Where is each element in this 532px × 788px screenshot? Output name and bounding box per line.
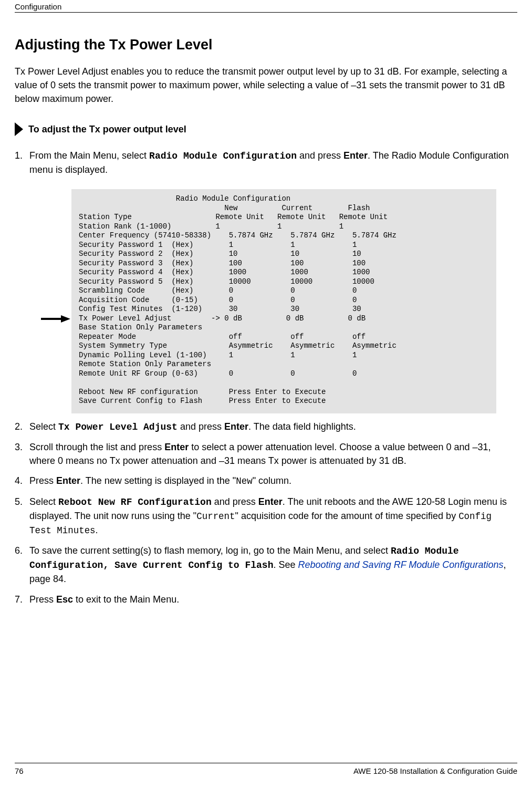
terminal-line: Station Rank (1-1000) 1 1 1 [79, 222, 489, 232]
step-7-key-1: Esc [56, 594, 73, 605]
procedure-heading: To adjust the Tx power output level [15, 122, 517, 136]
terminal-line: Save Current Config to Flash Press Enter… [79, 397, 489, 406]
section-header: Configuration [15, 0, 517, 11]
step-4-text-a: Press [29, 475, 56, 486]
page-number: 76 [15, 766, 24, 775]
doc-title: AWE 120-58 Installation & Configuration … [353, 766, 517, 775]
step-4: Press Enter. The new setting is displaye… [15, 474, 517, 488]
step-4-key-1: Enter [56, 475, 80, 486]
terminal-panel: Radio Module Configuration New Current F… [71, 189, 496, 413]
page-title: Adjusting the Tx Power Level [15, 37, 517, 53]
step-2-key-1: Enter [224, 421, 248, 432]
step-2: Select Tx Power Level Adjust and press E… [15, 420, 517, 434]
step-1-text-c: and press [297, 150, 343, 161]
terminal-line: Reboot New RF configuration Press Enter … [79, 388, 489, 397]
step-3-key-1: Enter [164, 442, 189, 452]
terminal-line: Security Password 4 (Hex) 1000 1000 1000 [79, 268, 489, 277]
step-5-text-i: . [96, 525, 98, 535]
header-rule [15, 12, 517, 13]
step-6-link: Rebooting and Saving RF Module Configura… [298, 559, 504, 570]
terminal-line: Scrambling Code (Hex) 0 0 0 [79, 286, 489, 296]
step-3-text-a: Scroll through the list and press [29, 442, 164, 452]
terminal-line: Repeater Mode off off off [79, 333, 489, 342]
terminal-line: Security Password 3 (Hex) 100 100 100 [79, 259, 489, 268]
step-2-code-1: Tx Power Level Adjust [58, 422, 178, 432]
step-2-text-a: Select [29, 421, 58, 432]
page-footer: 76 AWE 120-58 Installation & Configurati… [15, 763, 517, 775]
step-6-text-a: To save the current setting(s) to flash … [29, 545, 391, 556]
terminal-line: Dynamic Polling Level (1-100) 1 1 1 [79, 351, 489, 360]
terminal-line: Config Test Minutes (1-120) 30 30 30 [79, 305, 489, 314]
terminal-line: Remote Station Only Parameters [79, 360, 489, 369]
step-4-code-1: New [236, 476, 252, 486]
step-5-key-1: Enter [258, 496, 283, 507]
step-1-key-1: Enter [343, 150, 368, 161]
step-1-code-1: Radio Module Configuration [149, 151, 297, 161]
intro-paragraph: Tx Power Level Adjust enables you to red… [15, 65, 517, 106]
step-3: Scroll through the list and press Enter … [15, 440, 517, 468]
step-4-text-e: " column. [253, 475, 291, 486]
step-2-text-e: . The data field highlights. [248, 421, 356, 432]
step-6: To save the current setting(s) to flash … [15, 544, 517, 586]
pointer-right-icon [15, 122, 23, 136]
step-5-code-2: Current [196, 511, 235, 522]
terminal-line: System Symmetry Type Asymmetric Asymmetr… [79, 341, 489, 351]
step-1-text-a: From the Main Menu, select [29, 150, 149, 161]
step-5-text-g: " acquisition code for the amount of tim… [235, 511, 459, 521]
terminal-line: Base Station Only Parameters [79, 323, 489, 333]
terminal-line: Security Password 2 (Hex) 10 10 10 [79, 250, 489, 259]
step-5: Select Reboot New RF Configuration and p… [15, 495, 517, 538]
terminal-line: Radio Module Configuration [79, 194, 489, 204]
terminal-line: Security Password 1 (Hex) 1 1 1 [79, 241, 489, 250]
terminal-line [79, 378, 489, 388]
step-7: Press Esc to exit to the Main Menu. [15, 593, 517, 606]
pointer-right-arrow-icon [41, 315, 70, 323]
step-5-text-c: and press [212, 496, 258, 507]
terminal-line: Center Frequency (57410-58338) 5.7874 GH… [79, 231, 489, 241]
step-1: From the Main Menu, select Radio Module … [15, 149, 517, 413]
svg-marker-2 [61, 315, 70, 323]
terminal-line: Acquisition Code (0-15) 0 0 0 [79, 296, 489, 305]
terminal-line: Station Type Remote Unit Remote Unit Rem… [79, 213, 489, 222]
step-7-text-c: to exit to the Main Menu. [73, 594, 179, 605]
step-5-code-1: Reboot New RF Configuration [58, 497, 212, 507]
terminal-line: Remote Unit RF Group (0-63) 0 0 0 [79, 369, 489, 379]
step-7-text-a: Press [29, 594, 56, 605]
terminal-line: New Current Flash [79, 204, 489, 213]
terminal-line: Tx Power Level Adjust -> 0 dB 0 dB 0 dB [79, 314, 489, 324]
procedure-heading-text: To adjust the Tx power output level [28, 124, 186, 135]
step-5-text-a: Select [29, 496, 58, 507]
step-2-text-c: and press [178, 421, 224, 432]
step-4-text-c: . The new setting is displayed in the " [80, 475, 236, 486]
svg-marker-0 [15, 122, 23, 136]
step-6-text-c: . See [273, 559, 298, 570]
terminal-panel-wrap: Radio Module Configuration New Current F… [71, 189, 496, 413]
terminal-line: Security Password 5 (Hex) 10000 10000 10… [79, 277, 489, 287]
